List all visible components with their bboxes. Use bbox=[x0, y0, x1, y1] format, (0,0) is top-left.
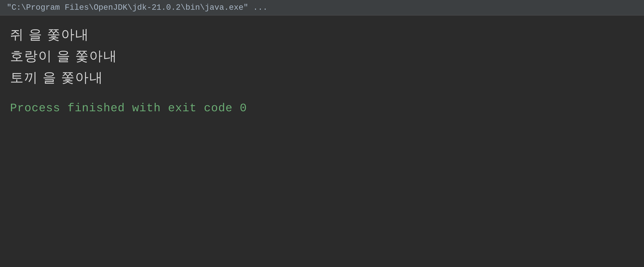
output-line-3: 토끼 을 쫓아내 bbox=[10, 67, 634, 88]
terminal-body: 쥐 을 쫓아내 호랑이 을 쫓아내 토끼 을 쫓아내 Process finis… bbox=[0, 16, 644, 267]
process-exit-message: Process finished with exit code 0 bbox=[10, 102, 634, 115]
terminal-header: "C:\Program Files\OpenJDK\jdk-21.0.2\bin… bbox=[0, 0, 644, 16]
output-line-1: 쥐 을 쫓아내 bbox=[10, 24, 634, 45]
terminal-container: "C:\Program Files\OpenJDK\jdk-21.0.2\bin… bbox=[0, 0, 644, 267]
command-text: "C:\Program Files\OpenJDK\jdk-21.0.2\bin… bbox=[7, 3, 268, 12]
output-line-2: 호랑이 을 쫓아내 bbox=[10, 45, 634, 67]
